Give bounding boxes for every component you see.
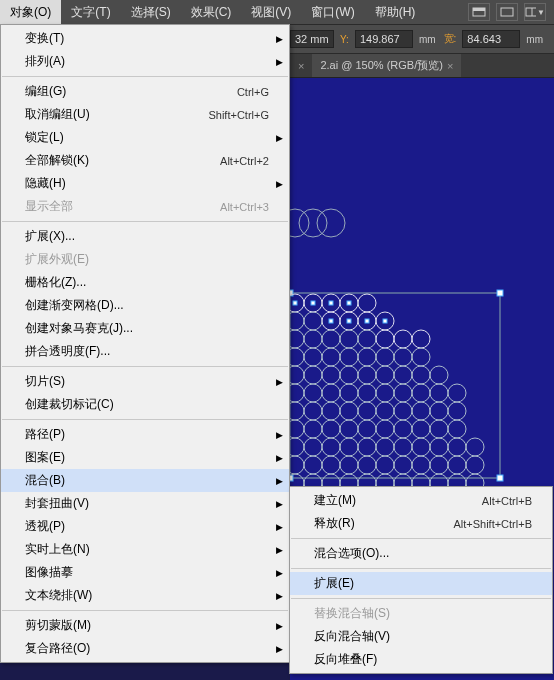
submenu-expand[interactable]: 扩展(E): [290, 572, 552, 595]
svg-point-22: [290, 312, 304, 330]
arrow-icon: ▶: [276, 499, 283, 509]
y-label: Y:: [338, 34, 351, 45]
menu-gradient-mesh[interactable]: 创建渐变网格(D)...: [1, 294, 289, 317]
submenu-reverse-spine[interactable]: 反向混合轴(V): [290, 625, 552, 648]
arrow-icon: ▶: [276, 133, 283, 143]
svg-point-60: [340, 384, 358, 402]
menubar-window[interactable]: 窗口(W): [301, 0, 364, 25]
svg-point-71: [358, 402, 376, 420]
menu-path[interactable]: 路径(P)▶: [1, 423, 289, 446]
svg-point-42: [322, 348, 340, 366]
svg-point-68: [304, 402, 322, 420]
svg-rect-14: [293, 301, 297, 305]
menu-expand[interactable]: 扩展(X)...: [1, 225, 289, 248]
menubar-select[interactable]: 选择(S): [121, 0, 181, 25]
menubar-type[interactable]: 文字(T): [61, 0, 120, 25]
svg-rect-7: [497, 290, 503, 296]
menu-live-paint[interactable]: 实时上色(N)▶: [1, 538, 289, 561]
arrow-icon: ▶: [276, 621, 283, 631]
arrow-icon: ▶: [276, 34, 283, 44]
svg-point-50: [322, 366, 340, 384]
svg-point-106: [430, 456, 448, 474]
svg-point-76: [448, 402, 466, 420]
menubar: 对象(O) 文字(T) 选择(S) 效果(C) 视图(V) 窗口(W) 帮助(H…: [0, 0, 554, 24]
menu-hide[interactable]: 隐藏(H)▶: [1, 172, 289, 195]
menu-image-trace[interactable]: 图像描摹▶: [1, 561, 289, 584]
menubar-help[interactable]: 帮助(H): [365, 0, 426, 25]
svg-point-88: [304, 438, 322, 456]
menu-slice[interactable]: 切片(S)▶: [1, 370, 289, 393]
menu-lock[interactable]: 锁定(L)▶: [1, 126, 289, 149]
svg-point-84: [412, 420, 430, 438]
submenu-make[interactable]: 建立(M)Alt+Ctrl+B: [290, 489, 552, 512]
svg-rect-16: [311, 301, 315, 305]
tab-1[interactable]: ×: [290, 56, 312, 76]
layout-icon-3[interactable]: ▼: [524, 3, 546, 21]
svg-point-41: [304, 348, 322, 366]
separator: [2, 610, 288, 611]
separator: [291, 568, 551, 569]
menubar-effect[interactable]: 效果(C): [181, 0, 242, 25]
menu-ungroup[interactable]: 取消编组(U)Shift+Ctrl+G: [1, 103, 289, 126]
tab-label: 2.ai @ 150% (RGB/预览): [320, 58, 442, 73]
svg-point-73: [394, 402, 412, 420]
blend-submenu: 建立(M)Alt+Ctrl+B 释放(R)Alt+Shift+Ctrl+B 混合…: [289, 486, 553, 674]
svg-point-72: [376, 402, 394, 420]
svg-point-79: [322, 420, 340, 438]
svg-point-62: [376, 384, 394, 402]
svg-point-35: [340, 330, 358, 348]
svg-point-74: [412, 402, 430, 420]
menubar-object[interactable]: 对象(O): [0, 0, 61, 25]
menu-compound-path[interactable]: 复合路径(O)▶: [1, 637, 289, 660]
svg-point-40: [290, 348, 304, 366]
tab-2[interactable]: 2.ai @ 150% (RGB/预览) ×: [312, 54, 461, 77]
layout-icon-2[interactable]: [496, 3, 518, 21]
svg-point-86: [448, 420, 466, 438]
svg-point-34: [322, 330, 340, 348]
svg-rect-20: [347, 301, 351, 305]
arrow-icon: ▶: [276, 179, 283, 189]
submenu-reverse-front[interactable]: 反向堆叠(F): [290, 648, 552, 671]
svg-point-65: [430, 384, 448, 402]
menu-pattern[interactable]: 图案(E)▶: [1, 446, 289, 469]
svg-point-102: [358, 456, 376, 474]
menu-envelope[interactable]: 封套扭曲(V)▶: [1, 492, 289, 515]
menu-clip-mask[interactable]: 剪切蒙版(M)▶: [1, 614, 289, 637]
svg-point-80: [340, 420, 358, 438]
svg-point-63: [394, 384, 412, 402]
w-label: 宽:: [442, 32, 459, 46]
svg-point-99: [304, 456, 322, 474]
svg-rect-25: [329, 319, 333, 323]
svg-point-64: [412, 384, 430, 402]
svg-point-97: [466, 438, 484, 456]
menubar-view[interactable]: 视图(V): [241, 0, 301, 25]
menu-transform[interactable]: 变换(T)▶: [1, 27, 289, 50]
x-field[interactable]: [290, 30, 334, 48]
y-field[interactable]: [355, 30, 413, 48]
close-icon[interactable]: ×: [447, 60, 453, 72]
svg-point-90: [340, 438, 358, 456]
svg-point-75: [430, 402, 448, 420]
svg-point-96: [448, 438, 466, 456]
menu-unlock-all[interactable]: 全部解锁(K)Alt+Ctrl+2: [1, 149, 289, 172]
svg-rect-18: [329, 301, 333, 305]
menu-arrange[interactable]: 排列(A)▶: [1, 50, 289, 73]
close-icon[interactable]: ×: [298, 60, 304, 72]
svg-point-87: [290, 438, 304, 456]
menu-flatten[interactable]: 拼合透明度(F)...: [1, 340, 289, 363]
arrow-icon: ▶: [276, 453, 283, 463]
layout-icon-1[interactable]: [468, 3, 490, 21]
menu-perspective[interactable]: 透视(P)▶: [1, 515, 289, 538]
menu-blend[interactable]: 混合(B)▶: [1, 469, 289, 492]
menu-text-wrap[interactable]: 文本绕排(W)▶: [1, 584, 289, 607]
menu-rasterize[interactable]: 栅格化(Z)...: [1, 271, 289, 294]
submenu-options[interactable]: 混合选项(O)...: [290, 542, 552, 565]
submenu-release[interactable]: 释放(R)Alt+Shift+Ctrl+B: [290, 512, 552, 535]
menu-object-mosaic[interactable]: 创建对象马赛克(J)...: [1, 317, 289, 340]
w-field[interactable]: [462, 30, 520, 48]
arrow-icon: ▶: [276, 522, 283, 532]
menu-group[interactable]: 编组(G)Ctrl+G: [1, 80, 289, 103]
svg-point-45: [376, 348, 394, 366]
menu-crop-marks[interactable]: 创建裁切标记(C): [1, 393, 289, 416]
svg-point-33: [304, 330, 322, 348]
